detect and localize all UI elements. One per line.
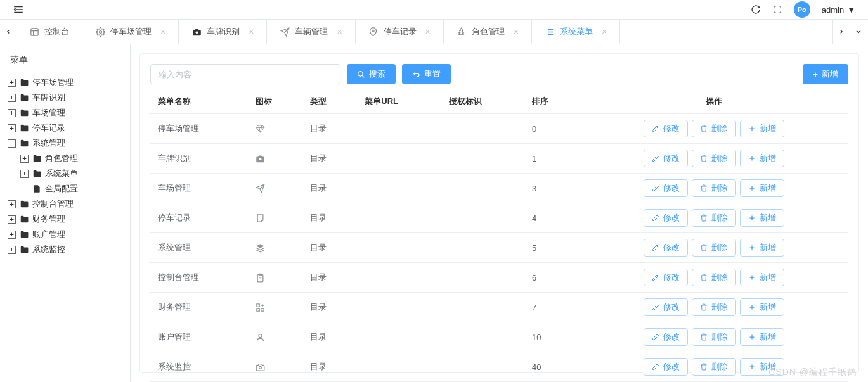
cell-icon xyxy=(248,322,302,352)
delete-button[interactable]: 删除 xyxy=(692,179,736,197)
row-add-button[interactable]: 新增 xyxy=(740,150,784,167)
plus-icon xyxy=(748,363,756,371)
delete-button[interactable]: 删除 xyxy=(692,209,736,227)
column-header: 类型 xyxy=(302,89,357,114)
reset-button[interactable]: 重置 xyxy=(402,64,451,84)
tab[interactable]: 系统菜单× xyxy=(532,20,620,44)
cell-url xyxy=(357,263,441,293)
tab[interactable]: 车辆管理× xyxy=(267,20,355,44)
caret-down-icon: ▼ xyxy=(847,5,855,15)
cell-auth xyxy=(441,174,524,203)
cell-auth xyxy=(441,144,524,174)
close-icon[interactable]: × xyxy=(337,27,342,37)
trash-icon xyxy=(700,333,708,341)
tree-node[interactable]: +系统菜单 xyxy=(20,166,122,181)
plus-icon xyxy=(748,303,756,311)
folder-icon xyxy=(20,230,29,239)
delete-button[interactable]: 删除 xyxy=(692,269,736,286)
tab[interactable]: 停车记录× xyxy=(356,20,444,44)
expand-icon[interactable]: + xyxy=(8,94,16,102)
tab-menu-icon[interactable] xyxy=(849,20,868,44)
folder-icon xyxy=(20,108,29,117)
delete-button[interactable]: 删除 xyxy=(692,298,736,316)
row-add-button[interactable]: 新增 xyxy=(740,358,784,376)
row-add-button[interactable]: 新增 xyxy=(740,179,784,197)
tree-node[interactable]: +角色管理 xyxy=(20,151,122,166)
edit-button[interactable]: 修改 xyxy=(644,120,688,137)
tree-node[interactable]: +财务管理 xyxy=(8,212,122,227)
close-icon[interactable]: × xyxy=(425,27,431,37)
delete-button[interactable]: 删除 xyxy=(692,328,736,346)
edit-button[interactable]: 修改 xyxy=(644,209,688,227)
tree-node[interactable]: +车牌识别 xyxy=(8,90,122,105)
tree-node[interactable]: -系统管理 xyxy=(8,136,122,151)
close-icon[interactable]: × xyxy=(602,27,607,37)
tab[interactable]: 停车场管理× xyxy=(82,20,179,44)
tab[interactable]: 车牌识别× xyxy=(179,20,267,44)
plus-icon xyxy=(748,214,756,222)
expand-icon[interactable]: + xyxy=(8,79,16,87)
edit-button[interactable]: 修改 xyxy=(644,298,688,316)
svg-rect-8 xyxy=(257,303,259,306)
search-input[interactable] xyxy=(150,64,340,84)
edit-button[interactable]: 修改 xyxy=(644,328,688,346)
close-icon[interactable]: × xyxy=(514,27,519,37)
delete-button[interactable]: 删除 xyxy=(692,150,736,167)
avatar[interactable]: Po xyxy=(794,1,810,18)
fullscreen-icon[interactable] xyxy=(772,4,782,15)
delete-button[interactable]: 删除 xyxy=(692,120,736,137)
row-add-button[interactable]: 新增 xyxy=(740,120,784,137)
cell-type: 目录 xyxy=(302,174,357,203)
tree-node[interactable]: 全局配置 xyxy=(20,181,122,196)
tab[interactable]: 角色管理× xyxy=(444,20,532,44)
row-add-button[interactable]: 新增 xyxy=(740,239,784,257)
menu-collapse-icon[interactable] xyxy=(13,4,24,15)
expand-icon[interactable]: + xyxy=(8,231,16,239)
expand-icon[interactable]: + xyxy=(20,170,29,178)
cell-name: 系统监控 xyxy=(150,352,248,382)
tree-node[interactable]: +系统监控 xyxy=(8,242,122,257)
cell-url xyxy=(357,352,441,382)
user-menu[interactable]: admin ▼ xyxy=(822,5,855,15)
column-header: 菜单URL xyxy=(357,89,441,114)
tree-label: 系统监控 xyxy=(32,244,65,255)
search-button[interactable]: 搜索 xyxy=(347,64,396,84)
folder-icon xyxy=(20,245,29,254)
row-add-button[interactable]: 新增 xyxy=(740,269,784,286)
top-bar-right: Po admin ▼ xyxy=(751,1,855,18)
tree-node[interactable]: +账户管理 xyxy=(8,227,122,242)
diamond-icon xyxy=(256,124,295,134)
expand-icon[interactable]: + xyxy=(8,124,16,132)
close-icon[interactable]: × xyxy=(160,27,165,37)
tree-node[interactable]: +停车场管理 xyxy=(8,75,122,90)
edit-button[interactable]: 修改 xyxy=(644,179,688,197)
cell-auth xyxy=(441,114,524,144)
tab[interactable]: 控制台 xyxy=(16,20,82,44)
tree-node[interactable]: +车场管理 xyxy=(8,105,122,120)
svg-rect-9 xyxy=(261,308,263,310)
row-add-button[interactable]: 新增 xyxy=(740,298,784,316)
expand-icon[interactable]: + xyxy=(8,246,16,254)
close-icon[interactable]: × xyxy=(249,27,254,37)
row-add-button[interactable]: 新增 xyxy=(740,328,784,346)
delete-button[interactable]: 删除 xyxy=(692,358,736,376)
expand-icon[interactable]: + xyxy=(8,215,16,224)
cell-url xyxy=(357,114,441,144)
delete-button[interactable]: 删除 xyxy=(692,239,736,257)
collapse-icon[interactable]: - xyxy=(8,139,16,148)
expand-icon[interactable]: + xyxy=(8,109,16,117)
edit-button[interactable]: 修改 xyxy=(644,358,688,376)
edit-button[interactable]: 修改 xyxy=(644,150,688,167)
tab-scroll-right-icon[interactable] xyxy=(832,20,849,44)
edit-button[interactable]: 修改 xyxy=(644,239,688,257)
svg-rect-10 xyxy=(257,308,259,310)
tab-scroll-left-icon[interactable] xyxy=(0,20,16,44)
tree-node[interactable]: +控制台管理 xyxy=(8,196,122,212)
add-button[interactable]: + 新增 xyxy=(803,64,848,84)
edit-button[interactable]: 修改 xyxy=(644,269,688,286)
expand-icon[interactable]: + xyxy=(8,200,16,208)
row-add-button[interactable]: 新增 xyxy=(740,209,784,227)
expand-icon[interactable]: + xyxy=(20,155,29,163)
refresh-icon[interactable] xyxy=(751,4,761,15)
tree-node[interactable]: +停车记录 xyxy=(8,120,122,136)
